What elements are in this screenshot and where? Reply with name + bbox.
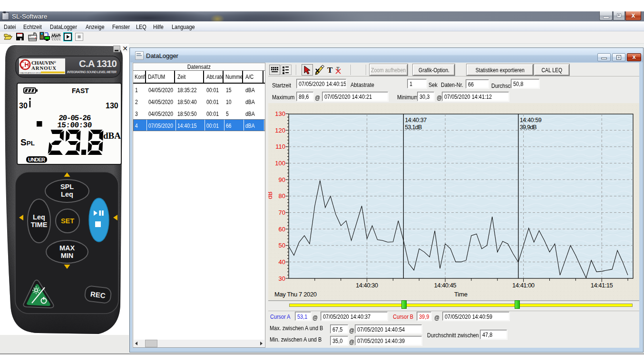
svg-text:TIME: TIME: [31, 221, 48, 229]
svg-text:Leq: Leq: [61, 191, 73, 198]
svg-text:14:40:59: 14:40:59: [520, 117, 542, 124]
svg-text:110: 110: [275, 143, 285, 150]
svg-text:130: 130: [275, 110, 285, 117]
svg-text:dBA: dBA: [103, 131, 121, 141]
svg-text:40: 40: [279, 258, 285, 266]
svg-text:CHAUVIN ARNOUX GROUP: CHAUVIN ARNOUX GROUP: [20, 72, 42, 74]
svg-text:14:40:45: 14:40:45: [434, 282, 457, 289]
svg-text:MIN: MIN: [61, 252, 74, 259]
svg-text:100: 100: [275, 160, 285, 167]
svg-text:80: 80: [279, 192, 285, 200]
svg-text:120: 120: [275, 127, 285, 134]
svg-text:90: 90: [279, 176, 285, 183]
svg-text:30: 30: [279, 275, 285, 282]
svg-text:50: 50: [279, 242, 285, 249]
svg-text:C.A 1310: C.A 1310: [79, 58, 117, 69]
svg-text:CHAUVIN®: CHAUVIN®: [31, 60, 57, 66]
svg-text:53,1dB: 53,1dB: [405, 124, 422, 131]
svg-text:30: 30: [19, 102, 28, 110]
svg-text:14:40:37: 14:40:37: [405, 117, 427, 124]
svg-text:70: 70: [279, 209, 285, 216]
svg-text:Leq: Leq: [33, 213, 45, 221]
svg-text:ARNOUX: ARNOUX: [31, 65, 56, 71]
svg-text:Time: Time: [454, 291, 468, 298]
svg-text:MAX: MAX: [59, 244, 75, 252]
svg-text:14:41:15: 14:41:15: [591, 282, 613, 289]
svg-text:T: T: [327, 66, 333, 75]
svg-text:39,9dB: 39,9dB: [520, 124, 537, 131]
svg-text:130: 130: [106, 102, 118, 110]
svg-text:dB: dB: [268, 191, 273, 199]
svg-text:60: 60: [279, 226, 285, 233]
svg-text:14:41:00: 14:41:00: [512, 282, 535, 289]
svg-text:SET: SET: [61, 217, 74, 225]
svg-text:SPL: SPL: [60, 183, 74, 191]
svg-text:14:40:30: 14:40:30: [356, 282, 378, 289]
svg-text:15:00:30: 15:00:30: [57, 121, 92, 130]
svg-text:FAST: FAST: [72, 87, 89, 95]
svg-text:UNDER: UNDER: [28, 157, 45, 162]
svg-text:INTEGRATING SOUND LEVEL METER: INTEGRATING SOUND LEVEL METER: [67, 70, 117, 74]
svg-text:May Thu 7 2020: May Thu 7 2020: [274, 291, 317, 298]
